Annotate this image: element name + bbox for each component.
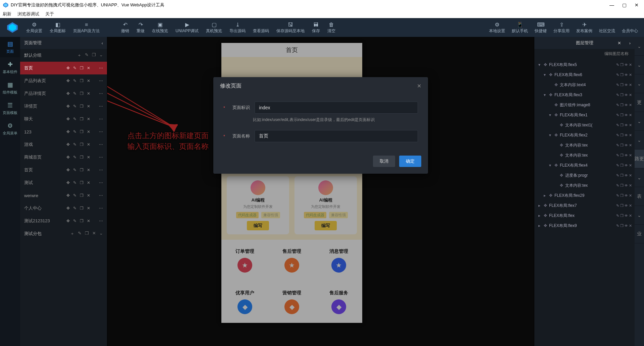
page-copy-icon[interactable] — [80, 193, 84, 198]
page-more-icon[interactable] — [99, 193, 103, 198]
edge-tab[interactable]: ⌄ — [635, 56, 644, 74]
page-edit-icon[interactable] — [73, 104, 76, 109]
layer-delete-icon[interactable] — [629, 83, 632, 87]
layer-row[interactable]: 进度条:progr — [534, 170, 635, 180]
layer-eye-icon[interactable] — [625, 173, 628, 178]
layer-chevron-icon[interactable]: ▸ — [537, 203, 542, 208]
group-del-icon[interactable] — [92, 231, 96, 237]
group-copy-icon[interactable] — [92, 52, 96, 58]
page-edit-icon[interactable] — [73, 155, 76, 160]
page-edit-icon[interactable] — [73, 206, 76, 211]
layer-copy-icon[interactable] — [620, 153, 624, 158]
page-copy-icon[interactable] — [80, 206, 84, 211]
toolbar-l2[interactable]: ≡页面API及方法 — [70, 20, 103, 35]
toolbar-r3[interactable]: ⇪分享应用 — [550, 20, 573, 35]
layer-edit-icon[interactable] — [616, 113, 619, 117]
page-move-icon[interactable] — [66, 78, 70, 83]
page-copy-icon[interactable] — [80, 78, 84, 83]
page-row[interactable]: 产品详情页 — [20, 87, 107, 100]
page-delete-icon[interactable] — [87, 66, 90, 70]
edge-tab[interactable]: ⌄ — [635, 168, 644, 187]
layer-chevron-icon[interactable]: ▸ — [537, 223, 542, 228]
layer-eye-icon[interactable] — [625, 153, 628, 158]
toolbar-r5[interactable]: 社区交流 — [596, 20, 619, 35]
modal-close-icon[interactable]: ✕ — [417, 83, 421, 89]
layer-move-icon[interactable] — [554, 113, 558, 117]
layer-move-icon[interactable] — [560, 143, 563, 148]
layer-delete-icon[interactable] — [629, 103, 632, 107]
edge-tab[interactable]: ⌄ — [635, 112, 644, 131]
page-row[interactable]: werwre — [20, 189, 107, 202]
page-edit-icon[interactable] — [73, 168, 76, 172]
page-delete-icon[interactable] — [87, 104, 90, 109]
page-copy-icon[interactable] — [80, 219, 84, 223]
layer-copy-icon[interactable] — [620, 123, 624, 127]
page-copy-icon[interactable] — [80, 117, 84, 121]
rail-gmenu[interactable]: ⚙全局菜单 — [0, 119, 20, 139]
page-row[interactable]: 详情页 — [20, 100, 107, 113]
layer-copy-icon[interactable] — [620, 163, 624, 168]
page-more-icon[interactable] — [99, 206, 103, 211]
window-minimize-icon[interactable]: — — [609, 2, 614, 8]
layer-edit-icon[interactable] — [616, 103, 619, 107]
page-row[interactable]: 产品列表页 — [20, 74, 107, 87]
layer-edit-icon[interactable] — [616, 183, 619, 188]
layer-copy-icon[interactable] — [620, 173, 624, 178]
page-move-icon[interactable] — [66, 117, 70, 121]
layer-edit-icon[interactable] — [616, 73, 619, 77]
layer-row[interactable]: ▾FLEX布局:flex6 — [534, 70, 635, 80]
layer-delete-icon[interactable] — [629, 113, 632, 117]
layer-edit-icon[interactable] — [616, 123, 619, 127]
layer-eye-icon[interactable] — [625, 93, 628, 97]
layer-eye-icon[interactable] — [625, 224, 628, 228]
layer-copy-icon[interactable] — [620, 193, 624, 198]
layer-move-icon[interactable] — [554, 82, 558, 87]
layer-delete-icon[interactable] — [629, 153, 632, 158]
page-copy-icon[interactable] — [80, 142, 84, 147]
menu-refresh[interactable]: 刷新 — [3, 11, 11, 17]
layer-eye-icon[interactable] — [625, 193, 628, 198]
page-copy-icon[interactable] — [80, 66, 84, 70]
layer-row[interactable]: ▾FLEX布局:flex4 — [534, 160, 635, 170]
layer-copy-icon[interactable] — [620, 63, 624, 67]
layer-copy-icon[interactable] — [620, 83, 624, 87]
toolbar-r4[interactable]: ✈发布案例 — [573, 20, 596, 35]
page-row[interactable]: 首页 — [20, 62, 107, 74]
ok-button[interactable]: 确定 — [399, 156, 421, 167]
menu-browser-debug[interactable]: 浏览器调试 — [17, 11, 39, 17]
layer-eye-icon[interactable] — [625, 63, 628, 67]
layer-move-icon[interactable] — [554, 133, 558, 137]
layer-edit-icon[interactable] — [616, 83, 619, 87]
page-name-input[interactable] — [255, 130, 418, 142]
toolbar-r2[interactable]: ⌨快捷键 — [531, 20, 550, 35]
layer-row[interactable]: ▸FLEX布局:flex29 — [534, 190, 635, 200]
layer-copy-icon[interactable] — [620, 73, 624, 77]
page-edit-icon[interactable] — [73, 91, 76, 96]
page-delete-icon[interactable] — [87, 155, 90, 160]
page-move-icon[interactable] — [66, 206, 70, 211]
edge-tab[interactable]: 更 — [635, 93, 644, 112]
page-copy-icon[interactable] — [80, 91, 84, 96]
layer-move-icon[interactable] — [544, 203, 547, 208]
layer-row[interactable]: 图片组件:image8 — [534, 100, 635, 110]
group-expand-icon[interactable] — [99, 52, 103, 58]
toolbar-m4[interactable]: ▢真机预览 — [203, 20, 225, 35]
page-delete-icon[interactable] — [87, 142, 90, 147]
layer-chevron-icon[interactable]: ▾ — [548, 113, 552, 117]
layer-edit-icon[interactable] — [616, 133, 619, 137]
edge-tab[interactable]: 表 — [635, 187, 644, 206]
toolbar-m7[interactable]: 🖫保存源码至本地 — [273, 20, 308, 35]
layer-chevron-icon[interactable]: ▸ — [537, 213, 542, 218]
layer-edit-icon[interactable] — [616, 153, 619, 158]
page-move-icon[interactable] — [66, 155, 70, 160]
layer-move-icon[interactable] — [544, 213, 547, 218]
page-move-icon[interactable] — [66, 168, 70, 172]
page-move-icon[interactable] — [66, 129, 70, 134]
page-row[interactable]: 游戏 — [20, 138, 107, 151]
page-copy-icon[interactable] — [80, 104, 84, 109]
layer-edit-icon[interactable] — [616, 63, 619, 67]
layer-eye-icon[interactable] — [625, 113, 628, 117]
layer-eye-icon[interactable] — [625, 123, 628, 127]
page-move-icon[interactable] — [66, 219, 70, 223]
layer-eye-icon[interactable] — [625, 214, 628, 218]
